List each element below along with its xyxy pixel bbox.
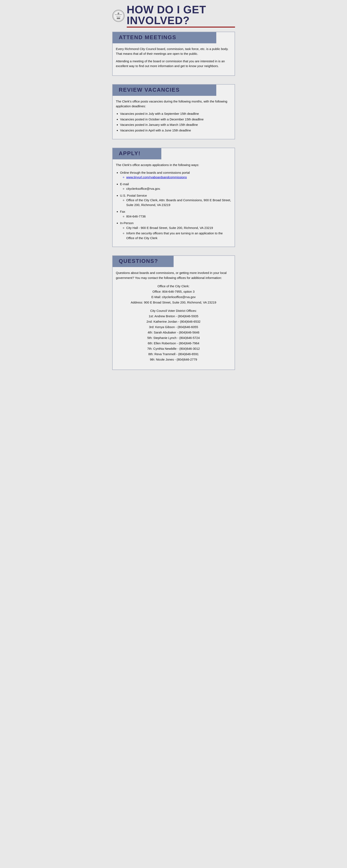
apply-method-online: Online through the boards and commission…: [120, 170, 231, 180]
apply-method-fax-sub: 804-646-7736: [126, 214, 231, 219]
review-header-wrapper: REVIEW VACANCIES: [113, 85, 235, 96]
apply-method-postal-label: U.S. Postal Service: [120, 194, 147, 197]
apply-method-fax: Fax 804-646-7736: [120, 209, 231, 219]
review-list: Vacancies posted in July with a Septembe…: [120, 112, 231, 133]
attend-para1: Every Richmond City Council board, commi…: [116, 46, 231, 56]
apply-body: The Clerk's office accepts applications …: [113, 163, 235, 240]
city-logo: RICHMOND VIRGINIA: [112, 9, 125, 22]
attend-header: ATTEND MEETINGS: [113, 32, 183, 43]
list-item[interactable]: www.tinyurl.com/rvaboardsandcommissions: [126, 175, 231, 180]
list-item: Vacancies posted in October with a Decem…: [120, 117, 231, 122]
review-vacancies-section: REVIEW VACANCIES The Clerk's office post…: [112, 84, 235, 140]
list-item: Office of the City Clerk, Attn: Boards a…: [126, 198, 231, 207]
list-item: Vacancies posted in April with a June 15…: [120, 128, 231, 133]
clerk-office-email: E-Mail: cityclerksoffice@rva.gov: [116, 294, 231, 300]
questions-intro: Questions about boards and commissions, …: [116, 270, 231, 280]
apply-title: APPLY!: [119, 150, 141, 156]
apply-method-online-sub: www.tinyurl.com/rvaboardsandcommissions: [126, 175, 231, 180]
attend-title: ATTEND MEETINGS: [119, 34, 176, 40]
svg-point-4: [117, 12, 119, 14]
list-item: cityclerksoffice@rva.gov.: [126, 186, 231, 191]
council-offices-name: City Council Voter District Offices:: [116, 308, 231, 313]
apply-header-wrapper: APPLY!: [113, 148, 235, 159]
apply-method-postal: U.S. Postal Service Office of the City C…: [120, 193, 231, 208]
list-item: City Hall - 900 E Broad Street, Suite 20…: [126, 226, 231, 230]
questions-header: QUESTIONS?: [113, 256, 165, 267]
council-district-2: 2nd: Katherine Jordan - (804)646-6532: [116, 319, 231, 324]
svg-rect-5: [117, 18, 120, 19]
apply-method-online-label: Online through the boards and commission…: [120, 171, 190, 174]
clerk-office-address: Address: 900 E Broad Street, Suite 200, …: [116, 300, 231, 305]
questions-body: Questions about boards and commissions, …: [113, 270, 235, 362]
council-district-4: 4th: Sarah Abubaker - (804)646-5646: [116, 330, 231, 335]
page-header: RICHMOND VIRGINIA HOW DO I GET INVOLVED?: [112, 4, 235, 28]
list-item: Vacancies posted in January with a March…: [120, 122, 231, 127]
page-title: HOW DO I GET INVOLVED?: [127, 4, 235, 28]
apply-header: APPLY!: [113, 148, 147, 159]
attend-meetings-section: ATTEND MEETINGS Every Richmond City Coun…: [112, 32, 235, 76]
review-body: The Clerk's office posts vacancies durin…: [113, 99, 235, 133]
apply-method-postal-sub: Office of the City Clerk, Attn: Boards a…: [126, 198, 231, 207]
apply-method-email-label: E-mail: [120, 182, 129, 186]
review-intro: The Clerk's office posts vacancies durin…: [116, 99, 231, 108]
list-item: Inform the security officers that you ar…: [126, 231, 231, 240]
apply-method-inperson-label: In-Person: [120, 221, 134, 225]
council-district-1: 1st: Andrew Breton - (804)646-5935: [116, 314, 231, 319]
apply-methods-list: Online through the boards and commission…: [120, 170, 231, 241]
apply-section: APPLY! The Clerk's office accepts applic…: [112, 148, 235, 247]
apply-method-inperson-sub: City Hall - 900 E Broad Street, Suite 20…: [126, 226, 231, 241]
questions-section: QUESTIONS? Questions about boards and co…: [112, 255, 235, 370]
council-district-8: 8th: Reva Trammell - (804)646-6591: [116, 352, 231, 356]
clerk-office-phone: Office: 804-646-7955, option 3: [116, 289, 231, 294]
council-district-3: 3rd: Kenya Gibson - (804)646-6055: [116, 324, 231, 330]
clerk-office-name: Office of the City Clerk:: [116, 284, 231, 289]
list-item: Vacancies posted in July with a Septembe…: [120, 112, 231, 116]
attend-para2: Attending a meeting of the board or comm…: [116, 59, 231, 68]
council-district-7: 7th: Cynthia Newbille - (804)646-3012: [116, 346, 231, 351]
council-district-9: 9th: Nicole Jones - (804)646-2779: [116, 357, 231, 362]
list-item: 804-646-7736: [126, 214, 231, 219]
questions-header-wrapper: QUESTIONS?: [113, 256, 235, 267]
council-district-6: 6th: Ellen Robertson - (804)646-7964: [116, 341, 231, 346]
apply-method-email: E-mail cityclerksoffice@rva.gov.: [120, 182, 231, 191]
attend-body: Every Richmond City Council board, commi…: [113, 46, 235, 68]
review-title: REVIEW VACANCIES: [119, 87, 180, 93]
apply-intro: The Clerk's office accepts applications …: [116, 163, 231, 167]
council-district-5: 5th: Stephanie Lynch - (804)646-5724: [116, 335, 231, 340]
attend-header-wrapper: ATTEND MEETINGS: [113, 32, 235, 43]
questions-title: QUESTIONS?: [119, 258, 158, 264]
council-offices-block: City Council Voter District Offices: 1st…: [116, 308, 231, 362]
apply-method-email-sub: cityclerksoffice@rva.gov.: [126, 186, 231, 191]
apply-method-inperson: In-Person City Hall - 900 E Broad Street…: [120, 221, 231, 240]
svg-text:VIRGINIA: VIRGINIA: [116, 16, 121, 17]
apply-method-fax-label: Fax: [120, 210, 125, 213]
clerk-office-block: Office of the City Clerk: Office: 804-64…: [116, 284, 231, 305]
review-header: REVIEW VACANCIES: [113, 85, 186, 95]
